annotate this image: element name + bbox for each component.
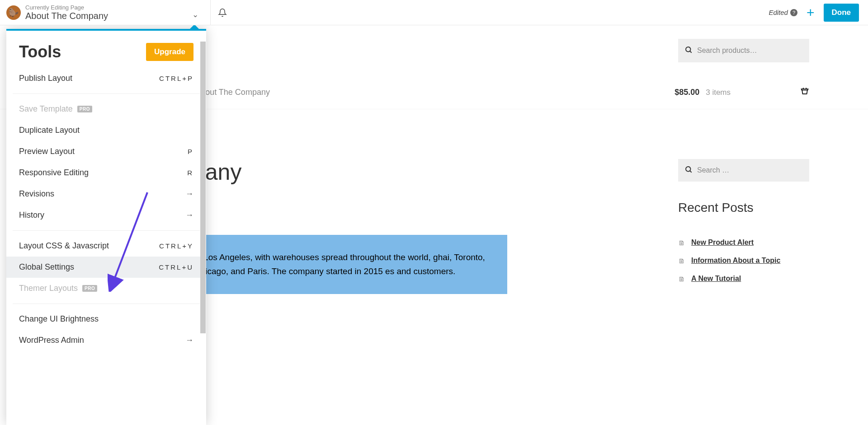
menu-global-settings[interactable]: Global SettingsCTRL+U — [6, 257, 206, 278]
add-button[interactable]: + — [804, 5, 817, 20]
arrow-right-icon: → — [185, 210, 193, 220]
title-area[interactable]: 🦫 Currently Editing Page About The Compa… — [0, 0, 211, 25]
document-icon: 🗎 — [678, 257, 685, 265]
product-search[interactable]: Search products… — [678, 39, 809, 62]
document-icon: 🗎 — [678, 275, 685, 283]
menu-responsive-editing[interactable]: Responsive EditingR — [6, 162, 206, 183]
menu-preview-layout[interactable]: Preview LayoutP — [6, 141, 206, 162]
blog-search[interactable]: Search … — [678, 159, 809, 182]
svg-point-0 — [686, 47, 691, 52]
beaver-logo-icon: 🦫 — [6, 5, 21, 20]
editing-label: Currently Editing Page — [25, 4, 108, 11]
menu-layout-css-js[interactable]: Layout CSS & JavascriptCTRL+Y — [6, 235, 206, 257]
menu-publish-layout[interactable]: Publish LayoutCTRL+P — [6, 68, 206, 89]
svg-point-1 — [686, 167, 691, 172]
arrow-right-icon: → — [185, 336, 193, 345]
arrow-right-icon: → — [185, 189, 193, 199]
cart-total: $85.00 — [675, 88, 699, 97]
done-button[interactable]: Done — [824, 4, 859, 22]
chevron-down-icon[interactable]: ⌄ — [192, 10, 198, 19]
post-link[interactable]: 🗎Information About a Topic — [678, 257, 809, 265]
help-icon[interactable]: ? — [790, 9, 797, 16]
menu-wordpress-admin[interactable]: WordPress Admin→ — [6, 330, 206, 351]
edited-status: Edited ? — [769, 9, 797, 16]
document-icon: 🗎 — [678, 239, 685, 247]
tools-heading: Tools — [19, 42, 61, 61]
tools-panel: Tools Upgrade Publish LayoutCTRL+P Save … — [6, 29, 206, 425]
menu-themer-layouts: Themer LayoutsPRO — [6, 278, 206, 299]
search-icon — [684, 46, 693, 56]
search-icon — [684, 165, 693, 175]
bell-icon[interactable] — [211, 8, 234, 17]
menu-change-brightness[interactable]: Change UI Brightness — [6, 308, 206, 330]
upgrade-button[interactable]: Upgrade — [146, 43, 193, 61]
nav-about[interactable]: About The Company — [195, 88, 270, 97]
menu-history[interactable]: History→ — [6, 205, 206, 226]
menu-revisions[interactable]: Revisions→ — [6, 183, 206, 205]
post-link[interactable]: 🗎New Product Alert — [678, 238, 809, 247]
scrollbar[interactable] — [200, 42, 206, 333]
basket-icon — [800, 87, 809, 98]
page-title: About The Company — [25, 11, 108, 21]
cart-items: 3 items — [706, 88, 731, 97]
menu-save-template: Save TemplatePRO — [6, 98, 206, 120]
cart-summary[interactable]: $85.00 3 items — [675, 87, 809, 98]
post-link[interactable]: 🗎A New Tutorial — [678, 275, 809, 283]
recent-posts-heading: Recent Posts — [678, 201, 809, 215]
menu-duplicate-layout[interactable]: Duplicate Layout — [6, 120, 206, 141]
top-bar: 🦫 Currently Editing Page About The Compa… — [0, 0, 868, 25]
